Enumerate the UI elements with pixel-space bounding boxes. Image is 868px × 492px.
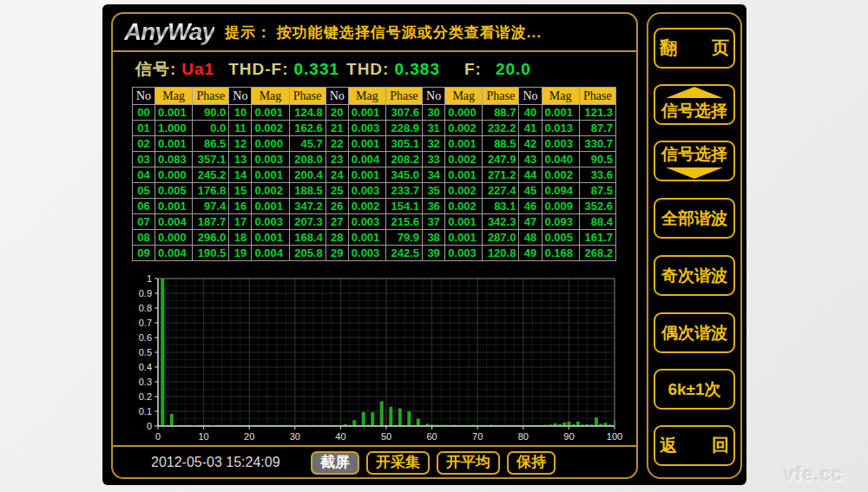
signal-value: Ua1 (181, 60, 214, 79)
cell-harmonic-no: 15 (229, 183, 252, 199)
cell-mag: 0.000 (445, 105, 483, 121)
cell-phase: 187.7 (193, 214, 229, 230)
cell-harmonic-no: 12 (229, 136, 252, 152)
cell-phase: 33.6 (579, 167, 615, 183)
cell-harmonic-no: 00 (133, 105, 155, 121)
cell-mag: 0.000 (155, 230, 193, 246)
cell-harmonic-no: 41 (519, 121, 542, 136)
column-header: No (133, 88, 155, 105)
svg-text:0.1: 0.1 (139, 406, 152, 417)
cell-phase: 88.4 (579, 214, 615, 230)
sidebar-button-signal-select-up[interactable]: 信号选择 (654, 84, 735, 125)
cell-mag: 0.004 (252, 246, 289, 261)
cell-mag: 0.001 (348, 230, 385, 246)
sidebar-button-page-turn[interactable]: 翻 页 (654, 28, 735, 69)
cell-mag: 0.002 (445, 199, 483, 214)
freq-label: F: (464, 60, 482, 79)
thd-label: THD: (346, 60, 389, 79)
cell-phase: 227.4 (483, 183, 519, 199)
hold-button[interactable]: 保持 (507, 451, 556, 475)
column-header: Phase (193, 88, 229, 105)
cell-phase: 357.1 (193, 152, 229, 167)
cell-harmonic-no: 34 (423, 167, 445, 183)
prompt-text: 提示： 按功能键选择信号源或分类查看谐波... (225, 23, 542, 43)
cell-harmonic-no: 11 (229, 121, 252, 136)
cell-harmonic-no: 04 (133, 167, 155, 183)
svg-text:50: 50 (381, 431, 391, 442)
cell-phase: 121.3 (579, 105, 615, 121)
cell-phase: 87.5 (579, 183, 615, 199)
cell-harmonic-no: 20 (326, 105, 348, 121)
screenshot-button[interactable]: 截屏 (311, 451, 359, 475)
cell-mag: 0.002 (445, 183, 483, 199)
timestamp: 2012-05-03 15:24:09 (151, 455, 300, 470)
cell-phase: 176.8 (193, 183, 229, 199)
sidebar-button-odd-harmonics[interactable]: 奇次谐波 (654, 255, 735, 296)
cell-harmonic-no: 43 (519, 152, 542, 167)
cell-phase: 83.1 (483, 199, 519, 214)
cell-phase: 232.2 (483, 121, 519, 136)
cell-phase: 0.0 (193, 121, 229, 136)
column-header: Mag (348, 88, 385, 105)
cell-phase: 242.5 (385, 246, 422, 261)
cell-harmonic-no: 29 (326, 246, 348, 261)
cell-mag: 0.003 (348, 183, 385, 199)
table-row: 080.000296.0180.001168.4280.00179.9380.0… (133, 230, 616, 246)
cell-phase: 347.2 (289, 199, 326, 214)
cell-harmonic-no: 22 (326, 136, 348, 152)
svg-text:0.5: 0.5 (139, 347, 152, 358)
sidebar-button-6k1-harmonics[interactable]: 6k±1次 (654, 369, 735, 410)
watermark: vfe.cc (784, 463, 843, 486)
cell-harmonic-no: 14 (229, 167, 252, 183)
svg-text:70: 70 (472, 431, 483, 442)
column-header: Phase (385, 88, 422, 105)
thdf-label: THD-F: (228, 60, 288, 79)
cell-mag: 0.003 (445, 246, 483, 261)
cell-mag: 0.003 (542, 136, 579, 152)
cell-mag: 0.001 (348, 105, 385, 121)
down-arrow-icon (666, 167, 723, 179)
cell-mag: 0.005 (155, 183, 193, 199)
start-sampling-button[interactable]: 开采集 (366, 451, 430, 475)
cell-harmonic-no: 46 (519, 199, 542, 214)
device-screen: AnyWay 提示： 按功能键选择信号源或分类查看谐波... 信号: Ua1 T… (102, 4, 746, 485)
thdf-value: 0.331 (294, 60, 340, 79)
table-row: 000.00190.0100.001124.8200.001307.6300.0… (133, 105, 616, 121)
cell-phase: 86.5 (193, 136, 229, 152)
cell-harmonic-no: 45 (519, 183, 542, 199)
cell-mag: 0.005 (542, 230, 579, 246)
cell-mag: 0.001 (445, 214, 483, 230)
cell-phase: 79.9 (385, 230, 422, 246)
sidebar-button-label: 信号选择 (661, 143, 727, 166)
panel-header: AnyWay 提示： 按功能键选择信号源或分类查看谐波... (113, 14, 636, 52)
cell-phase: 215.6 (385, 214, 422, 230)
sidebar-button-return[interactable]: 返 回 (654, 425, 735, 466)
start-averaging-button[interactable]: 开平均 (437, 451, 500, 475)
table-row: 011.0000.0110.002162.6210.003228.9310.00… (133, 121, 616, 136)
cell-harmonic-no: 02 (133, 136, 155, 152)
cell-mag: 0.094 (542, 183, 579, 199)
sidebar: 翻 页信号选择信号选择全部谐波奇次谐波偶次谐波6k±1次返 回 (647, 12, 742, 479)
sidebar-button-all-harmonics[interactable]: 全部谐波 (654, 198, 735, 239)
svg-text:90: 90 (563, 431, 574, 442)
column-header: No (229, 88, 252, 105)
svg-text:0.4: 0.4 (139, 362, 152, 372)
cell-phase: 271.2 (483, 167, 519, 183)
up-arrow-icon (666, 87, 723, 98)
cell-phase: 342.3 (483, 214, 519, 230)
svg-text:0.3: 0.3 (139, 377, 152, 387)
cell-harmonic-no: 21 (326, 121, 348, 136)
column-header: Mag (542, 88, 579, 105)
cell-harmonic-no: 08 (133, 230, 155, 246)
sidebar-button-signal-select-down[interactable]: 信号选择 (654, 141, 735, 181)
cell-mag: 0.001 (348, 167, 385, 183)
table-row: 090.004190.5190.004205.8290.003242.5390.… (133, 246, 616, 261)
column-header: Phase (289, 88, 326, 105)
main-panel: AnyWay 提示： 按功能键选择信号源或分类查看谐波... 信号: Ua1 T… (111, 12, 638, 479)
cell-mag: 0.003 (252, 152, 289, 167)
sidebar-button-label: 全部谐波 (661, 207, 727, 230)
cell-phase: 190.5 (193, 246, 229, 261)
cell-phase: 228.9 (385, 121, 422, 136)
cell-harmonic-no: 24 (326, 167, 348, 183)
sidebar-button-even-harmonics[interactable]: 偶次谐波 (654, 312, 735, 353)
